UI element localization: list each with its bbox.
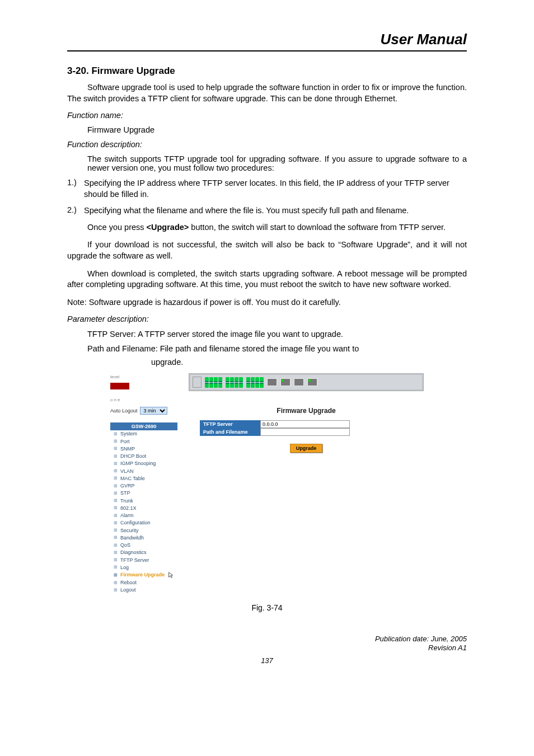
device-panel-image xyxy=(189,373,424,391)
menu-item-label: SNMP xyxy=(120,446,135,452)
menu-item-label: Diagnostics xyxy=(120,550,147,556)
once-press-pre: Once you press xyxy=(87,223,147,232)
menu-header: GSW-2690 xyxy=(110,422,177,430)
menu-item[interactable]: ⊞Reboot xyxy=(110,579,185,586)
auto-logout-label: Auto Logout xyxy=(110,408,138,414)
form-label-path: Path and Filename xyxy=(200,428,260,436)
page-header-title: User Manual xyxy=(380,31,467,48)
menu-item-label: Security xyxy=(120,528,139,534)
param-tftp-text: A TFTP server stored the image file you … xyxy=(138,330,343,339)
page-number: 137 xyxy=(67,656,467,665)
device-faceplate-icon xyxy=(193,377,202,388)
expand-icon: ⊞ xyxy=(114,557,118,563)
upgrade-bold: <Upgrade> xyxy=(147,223,189,232)
menu-item[interactable]: ⊞Diagnostics xyxy=(110,549,185,556)
step-1-text: Specifying the IP address where TFTP ser… xyxy=(84,178,467,200)
param-path-label: Path and Filename: xyxy=(87,344,158,353)
expand-icon: ⊞ xyxy=(114,461,118,467)
expand-icon: ⊞ xyxy=(114,543,118,548)
menu-item[interactable]: ⊞Alarm xyxy=(110,512,185,519)
complete-paragraph: When download is completed, the switch s… xyxy=(67,269,467,290)
menu-item-label: IGMP Snooping xyxy=(120,461,156,467)
tftp-server-input[interactable] xyxy=(260,420,350,428)
revision: Revision A1 xyxy=(67,644,467,653)
expand-icon: ⊞ xyxy=(114,572,118,578)
expand-icon: ⊞ xyxy=(114,446,118,452)
expand-icon: ⊞ xyxy=(114,513,118,519)
menu-item-label: STP xyxy=(120,490,130,496)
menu-item[interactable]: ⊞STP xyxy=(110,490,185,497)
menu-item-label: 802.1X xyxy=(120,505,137,511)
embedded-screenshot: level one Auto Logout 3 min GSW-2690 ⊞Sy… xyxy=(105,371,429,597)
menu-list: ⊞System⊞Port⊞SNMP⊞DHCP Boot⊞IGMP Snoopin… xyxy=(110,430,185,594)
menu-item-label: QoS xyxy=(120,542,130,548)
menu-item[interactable]: ⊞TFTP Server xyxy=(110,557,185,564)
menu-item-label: Configuration xyxy=(120,520,151,526)
expand-icon: ⊞ xyxy=(114,588,118,593)
param-tftp-label: TFTP Server: xyxy=(87,330,136,339)
menu-item-label: Firmware Upgrade xyxy=(120,572,165,578)
figure-caption: Fig. 3-74 xyxy=(67,603,467,612)
cursor-icon xyxy=(168,572,174,579)
menu-item[interactable]: ⊞Logout xyxy=(110,586,185,594)
menu-item[interactable]: ⊞SNMP xyxy=(110,445,185,453)
uplink-port-1-icon xyxy=(267,378,277,386)
once-press-paragraph: Once you press <Upgrade> button, the swi… xyxy=(67,222,467,233)
menu-item-label: GVRP xyxy=(120,483,135,489)
menu-item-label: Trunk xyxy=(120,498,133,504)
step-2-text: Specifying what the filename and where t… xyxy=(84,205,467,217)
expand-icon: ⊞ xyxy=(114,505,118,511)
menu-item[interactable]: ⊞IGMP Snooping xyxy=(110,460,185,467)
menu-item-label: VLAN xyxy=(120,468,134,475)
logo-text-top: level xyxy=(110,374,185,379)
fail-paragraph: If your download is not successful, the … xyxy=(67,240,467,261)
menu-item-label: Reboot xyxy=(120,580,137,586)
menu-item[interactable]: ⊞Firmware Upgrade xyxy=(110,571,185,579)
menu-item[interactable]: ⊞Bandwitdh xyxy=(110,534,185,542)
expand-icon: ⊞ xyxy=(114,535,118,541)
menu-item[interactable]: ⊞Port xyxy=(110,438,185,445)
menu-item[interactable]: ⊞DHCP Boot xyxy=(110,453,185,460)
menu-item[interactable]: ⊞GVRP xyxy=(110,482,185,490)
expand-icon: ⊞ xyxy=(114,491,118,496)
menu-item[interactable]: ⊞Log xyxy=(110,564,185,571)
param-path: Path and Filename: File path and filenam… xyxy=(87,344,467,355)
expand-icon: ⊞ xyxy=(114,483,118,489)
menu-item[interactable]: ⊞VLAN xyxy=(110,468,185,475)
logo-text-bot: one xyxy=(110,397,185,402)
content-title: Firmware Upgrade xyxy=(189,407,424,415)
menu-item[interactable]: ⊞Trunk xyxy=(110,497,185,505)
menu-item[interactable]: ⊞System xyxy=(110,430,185,438)
form-row-tftp: TFTP Server xyxy=(200,420,424,428)
ss-main: Firmware Upgrade TFTP Server Path and Fi… xyxy=(189,371,429,597)
uplink-port-2-icon xyxy=(280,378,291,386)
step-1-number: 1.) xyxy=(67,178,84,200)
intro-paragraph: Software upgrade tool is used to help up… xyxy=(67,82,467,104)
expand-icon: ⊞ xyxy=(114,498,118,504)
step-2: 2.) Specifying what the filename and whe… xyxy=(67,205,467,217)
function-description-label: Function description: xyxy=(67,140,467,149)
function-name-value: Firmware Upgrade xyxy=(87,125,467,134)
param-path-text: File path and filename stored the image … xyxy=(160,344,359,353)
menu-item[interactable]: ⊞Configuration xyxy=(110,519,185,527)
menu-item[interactable]: ⊞802.1X xyxy=(110,505,185,512)
menu-item-label: System xyxy=(120,431,137,437)
upgrade-button[interactable]: Upgrade xyxy=(290,444,323,453)
menu-item-label: Logout xyxy=(120,587,136,593)
expand-icon: ⊞ xyxy=(114,431,118,437)
note-paragraph: Note: Software upgrade is hazardous if p… xyxy=(67,297,467,308)
port-group-2 xyxy=(226,377,243,388)
auto-logout-select[interactable]: 3 min xyxy=(140,407,167,415)
expand-icon: ⊞ xyxy=(114,454,118,459)
expand-icon: ⊞ xyxy=(114,439,118,444)
path-filename-input[interactable] xyxy=(260,428,350,436)
menu-item[interactable]: ⊞QoS xyxy=(110,542,185,549)
menu-item[interactable]: ⊞Security xyxy=(110,527,185,534)
param-tftp: TFTP Server: A TFTP server stored the im… xyxy=(87,329,467,340)
expand-icon: ⊞ xyxy=(114,565,118,570)
step-2-number: 2.) xyxy=(67,205,84,217)
menu-item-label: Port xyxy=(120,439,130,445)
expand-icon: ⊞ xyxy=(114,580,118,586)
menu-item[interactable]: ⊞MAC Table xyxy=(110,475,185,482)
menu-item-label: Alarm xyxy=(120,513,134,519)
